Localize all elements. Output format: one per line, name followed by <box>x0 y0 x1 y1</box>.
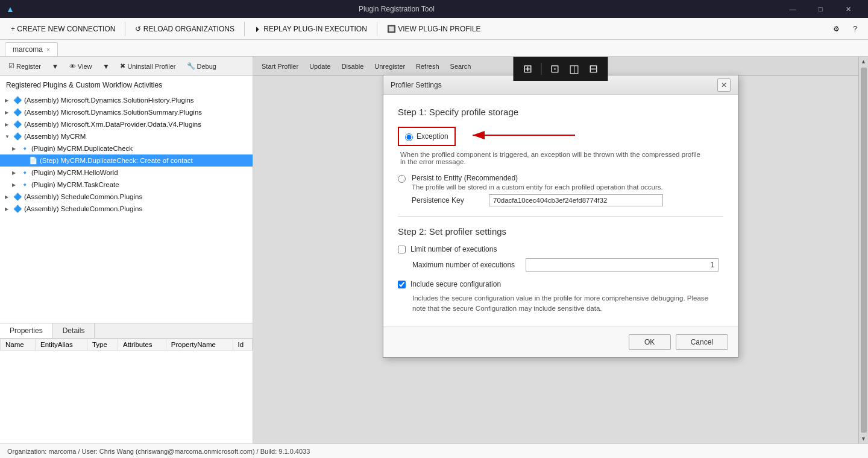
chevron-right-icon: ▶ <box>5 110 11 115</box>
dialog-overlay: ⊞ ⊡ ◫ ⊟ Profiler Settings ✕ Step 1: Spec… <box>253 57 868 444</box>
col-propertyname: PropertyName <box>166 339 233 351</box>
sidebar-tree: ▶ 🔷 (Assembly) Microsoft.Dynamics.Soluti… <box>0 92 253 323</box>
plugin-icon: 🔹 <box>20 168 29 177</box>
dialog-close-button[interactable]: ✕ <box>717 78 731 92</box>
float-icon-2[interactable]: ⊡ <box>547 60 564 77</box>
exception-option: Exception <box>398 127 723 165</box>
cancel-button[interactable]: Cancel <box>676 334 728 350</box>
view-dropdown-button[interactable]: ▼ <box>98 61 115 72</box>
limit-executions-row: Limit number of executions <box>398 245 723 253</box>
float-icon-4[interactable]: ⊟ <box>585 60 602 77</box>
create-connection-button[interactable]: + CREATE NEW CONNECTION <box>5 22 121 36</box>
chevron-right-icon: ▶ <box>5 122 11 127</box>
uninstall-profiler-button[interactable]: ✖ Uninstall Profiler <box>115 60 180 72</box>
max-executions-input[interactable] <box>526 258 719 272</box>
debug-icon: 🔧 <box>187 62 195 70</box>
title-bar-controls: — □ ✕ <box>779 0 862 18</box>
list-item[interactable]: 📄 (Step) MyCRM.DuplicateCheck: Create of… <box>0 154 253 167</box>
chevron-right-icon: ▶ <box>12 182 18 188</box>
view-profile-button[interactable]: 🔲 VIEW PLUG-IN PROFILE <box>381 22 487 36</box>
chevron-right-icon: ▶ <box>12 146 18 151</box>
include-secure-row: Include secure configuration <box>398 280 723 288</box>
chevron-right-icon: ▶ <box>5 194 11 200</box>
float-icon-1[interactable]: ⊞ <box>520 60 536 77</box>
main-layout: ☑ Register ▼ 👁 View ▼ ✖ Uninstall Profil… <box>0 57 868 444</box>
replay-plugin-button[interactable]: ⏵ REPLAY PLUG-IN EXECUTION <box>248 22 373 36</box>
bottom-panel: Properties Details Name EntityAlias Type… <box>0 323 253 444</box>
step1-title: Step 1: Specify profile storage <box>398 107 723 117</box>
register-dropdown-button[interactable]: ▼ <box>47 61 63 72</box>
ok-button[interactable]: OK <box>629 334 671 350</box>
include-secure-checkbox[interactable] <box>398 281 406 288</box>
settings-button[interactable]: ⚙ <box>827 22 846 36</box>
right-content-area: Start Profiler Update Disable Unregister… <box>253 57 868 444</box>
list-item[interactable]: ▶ 🔷 (Assembly) Microsoft.Xrm.DataProvide… <box>0 118 253 130</box>
list-item[interactable]: ▶ 🔹 (Plugin) MyCRM.HelloWorld <box>0 167 253 179</box>
float-icon-3[interactable]: ◫ <box>566 60 583 77</box>
list-item[interactable]: ▶ 🔷 (Assembly) ScheduleCommon.Plugins <box>0 191 253 203</box>
sidebar: ☑ Register ▼ 👁 View ▼ ✖ Uninstall Profil… <box>0 57 253 444</box>
minimize-button[interactable]: — <box>779 0 807 18</box>
step-icon: 📄 <box>29 156 37 165</box>
float-toolbar-sep-1 <box>541 63 542 75</box>
exception-box[interactable]: Exception <box>398 127 456 146</box>
list-item[interactable]: ▶ 🔷 (Assembly) Microsoft.Dynamics.Soluti… <box>0 94 253 106</box>
chevron-right-icon: ▶ <box>5 206 11 212</box>
help-icon: ? <box>853 25 857 33</box>
dialog-separator <box>398 216 723 217</box>
assembly-icon: 🔷 <box>13 96 22 104</box>
bottom-tabs: Properties Details <box>0 323 253 339</box>
persist-radio[interactable] <box>398 175 406 183</box>
sidebar-toolbar: ☑ Register ▼ 👁 View ▼ ✖ Uninstall Profil… <box>0 57 253 76</box>
status-bar: Organization: marcoma / User: Chris Wang… <box>0 444 868 458</box>
col-attributes: Attributes <box>118 339 166 351</box>
col-name: Name <box>1 339 36 351</box>
help-button[interactable]: ? <box>847 22 863 36</box>
tab-details[interactable]: Details <box>53 323 95 338</box>
list-item[interactable]: ▶ 🔹 (Plugin) MyCRM.TaskCreate <box>0 179 253 191</box>
tab-bar: marcoma × <box>0 40 868 57</box>
settings-icon: ⚙ <box>833 25 840 33</box>
persistence-key-input[interactable] <box>489 194 663 206</box>
window-title: Plugin Registration Tool <box>14 5 779 13</box>
view-icon: 👁 <box>69 63 76 70</box>
toolbar-separator-1 <box>125 22 125 36</box>
register-icon: ☑ <box>8 62 14 70</box>
chevron-right-icon: ▶ <box>5 98 11 103</box>
debug-button[interactable]: 🔧 Debug <box>182 60 221 72</box>
list-item[interactable]: ▶ 🔹 (Plugin) MyCRM.DuplicateCheck <box>0 142 253 154</box>
assembly-icon: 🔷 <box>13 192 22 201</box>
tab-marcoma[interactable]: marcoma × <box>5 42 58 56</box>
persist-desc: The profile will be stored in a custom e… <box>412 183 663 191</box>
persist-label: Persist to Entity (Recommended) <box>412 174 663 182</box>
col-type: Type <box>87 339 118 351</box>
toolbar-separator-3 <box>377 22 377 36</box>
maximize-button[interactable]: □ <box>807 0 834 18</box>
list-item[interactable]: ▶ 🔷 (Assembly) Microsoft.Dynamics.Soluti… <box>0 106 253 118</box>
tab-properties[interactable]: Properties <box>0 323 53 338</box>
exception-label: Exception <box>417 132 448 141</box>
red-arrow-annotation <box>467 126 587 144</box>
tab-label: marcoma <box>13 45 43 54</box>
title-bar: ▲ Plugin Registration Tool — □ ✕ <box>0 0 868 18</box>
dialog-title: Profiler Settings <box>391 81 442 89</box>
close-window-button[interactable]: ✕ <box>834 0 862 18</box>
persist-entity-option: Persist to Entity (Recommended) The prof… <box>398 174 723 206</box>
profiler-settings-dialog: Profiler Settings ✕ Step 1: Specify prof… <box>383 75 738 358</box>
col-id: Id <box>233 339 252 351</box>
reload-orgs-button[interactable]: ↺ RELOAD ORGANIZATIONS <box>129 22 240 36</box>
toolbar-separator-2 <box>244 22 245 36</box>
tab-close-button[interactable]: × <box>46 46 50 53</box>
list-item[interactable]: ▶ 🔷 (Assembly) ScheduleCommon.Plugins <box>0 203 253 215</box>
status-text: Organization: marcoma / User: Chris Wang… <box>7 448 310 455</box>
limit-executions-checkbox[interactable] <box>398 246 406 253</box>
persistence-key-row: Persistence Key <box>412 194 663 206</box>
register-button[interactable]: ☑ Register <box>4 60 46 72</box>
exception-radio[interactable] <box>405 133 413 141</box>
list-item[interactable]: ▼ 🔷 (Assembly) MyCRM <box>0 130 253 142</box>
chevron-right-icon: ▶ <box>12 170 18 176</box>
persistence-key-label: Persistence Key <box>412 196 484 205</box>
uninstall-icon: ✖ <box>120 62 125 70</box>
chevron-down-icon: ▼ <box>5 134 11 139</box>
view-button[interactable]: 👁 View <box>64 61 97 72</box>
